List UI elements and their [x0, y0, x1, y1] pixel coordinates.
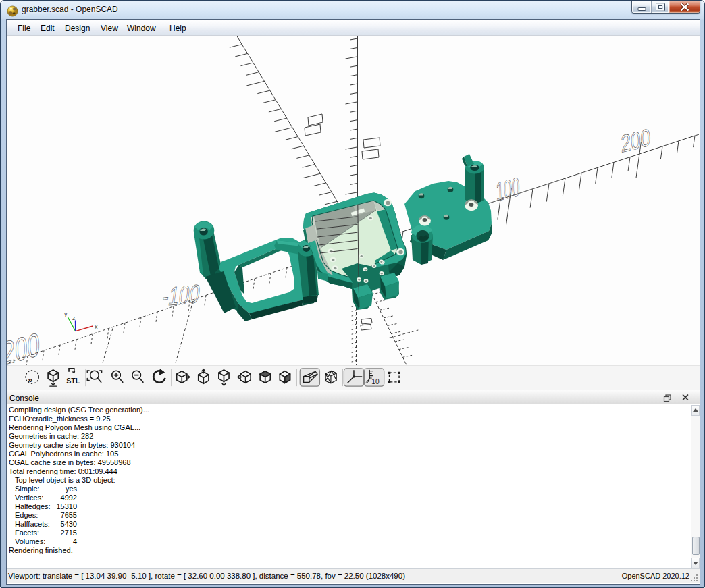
svg-text:-100: -100 — [161, 279, 202, 311]
svg-text:STL: STL — [66, 377, 80, 385]
svg-text:10: 10 — [371, 378, 380, 385]
svg-text:x: x — [95, 323, 98, 330]
svg-text:200: 200 — [7, 325, 40, 365]
svg-text:»: » — [28, 375, 33, 385]
svg-text:200: 200 — [621, 123, 651, 158]
svg-text:y: y — [64, 311, 68, 317]
svg-text:z: z — [72, 315, 76, 321]
svg-text:100: 100 — [496, 172, 521, 207]
